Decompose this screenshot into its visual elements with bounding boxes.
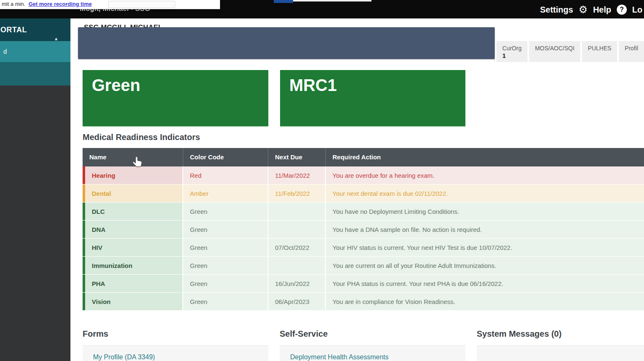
mouse-cursor-icon	[132, 156, 143, 169]
cell-color-code: Amber	[183, 184, 268, 202]
redaction-box	[78, 27, 495, 59]
self-service-section-title: Self-Service	[280, 329, 328, 339]
cell-required-action: Your next dental exam is due 02/11/2022.	[326, 184, 644, 202]
info-cell-value: 1	[502, 52, 506, 59]
help-icon[interactable]: ?	[617, 5, 627, 15]
cell-color-code: Green	[183, 239, 268, 256]
status-card-overall: Green	[83, 70, 268, 126]
cell-next-due	[268, 203, 326, 220]
info-cell-curorg[interactable]: CurOrg1	[496, 41, 527, 62]
cell-color-code: Green	[183, 257, 268, 274]
table-row: ImmunizationGreenYou are current on all …	[83, 257, 644, 274]
table-row: DNAGreenYou have a DNA sample on file. N…	[83, 221, 644, 238]
info-cell-label: MOS/AOC/SQI	[535, 45, 574, 52]
cell-name: PHA	[85, 275, 183, 292]
recorder-overlay: mit a min. Get more recording time	[0, 0, 220, 9]
mri-table-body: HearingRed11/Mar/2022You are overdue for…	[83, 166, 644, 310]
cell-name: Vision	[85, 293, 183, 310]
sidebar-header-label: ORTAL	[0, 26, 27, 34]
cell-required-action: You have a DNA sample on file. No action…	[326, 221, 644, 238]
cell-color-code: Green	[183, 275, 268, 292]
cell-color-code: Red	[183, 166, 268, 184]
cell-next-due	[268, 257, 326, 274]
cell-next-due: 16/Jun/2022	[268, 275, 326, 292]
cell-name: Hearing	[85, 166, 183, 184]
table-row: HIVGreen07/Oct/2022Your HIV status is cu…	[83, 239, 644, 256]
cell-next-due: 11/Feb/2022	[268, 184, 326, 202]
status-card-label: Green	[83, 70, 268, 95]
table-row: DentalAmber11/Feb/2022Your next dental e…	[83, 184, 644, 202]
cell-required-action: You are overdue for a hearing exam.	[326, 166, 644, 184]
forms-panel: My Profile (DA 3349)	[83, 345, 268, 361]
cell-next-due: 11/Mar/2022	[268, 166, 326, 184]
system-messages-panel	[477, 345, 644, 361]
topbar-actions: Settings ⚙ Help ? Lo	[540, 3, 644, 16]
cell-name: DLC	[85, 203, 183, 220]
settings-button[interactable]: Settings	[540, 5, 573, 15]
list-item-link[interactable]: Deployment Health Assessments	[290, 353, 389, 361]
info-cell-profil[interactable]: Profil	[619, 41, 644, 62]
sidebar-item-dashboard[interactable]: d	[0, 41, 70, 62]
status-card-label: MRC1	[280, 70, 465, 95]
table-row: DLCGreenYou have no Deployment Limiting …	[83, 203, 644, 220]
recorder-button[interactable]	[108, 1, 175, 8]
cell-color-code: Green	[183, 221, 268, 238]
cell-next-due: 06/Apr/2023	[268, 293, 326, 310]
cell-required-action: You have no Deployment Limiting Conditio…	[326, 203, 644, 220]
table-header-row: NameColor CodeNext DueRequired Action	[83, 148, 644, 166]
cell-name: Immunization	[85, 257, 183, 274]
help-button[interactable]: Help	[593, 5, 611, 15]
cell-color-code: Green	[183, 293, 268, 310]
table-row: VisionGreen06/Apr/2023You are in complia…	[83, 293, 644, 310]
info-cell-pulhes[interactable]: PULHES	[582, 41, 617, 62]
table-row: HearingRed11/Mar/2022You are overdue for…	[83, 166, 644, 184]
column-header-color-code[interactable]: Color Code	[183, 148, 268, 166]
column-header-next-due[interactable]: Next Due	[268, 148, 326, 166]
cell-color-code: Green	[183, 203, 268, 220]
browser-remnant-white	[293, 0, 371, 2]
system-messages-section-title: System Messages (0)	[477, 329, 561, 339]
cell-required-action: Your HIV status is current. Your next HI…	[326, 239, 644, 256]
list-item-link[interactable]: My Profile (DA 3349)	[93, 353, 155, 361]
logout-button[interactable]: Lo	[632, 5, 642, 15]
sidebar-item-secondary[interactable]	[0, 62, 70, 86]
column-header-required-action[interactable]: Required Action	[326, 148, 644, 166]
recorder-message: mit a min.	[2, 1, 25, 7]
cell-name: Dental	[85, 184, 183, 202]
cell-name: DNA	[85, 221, 183, 238]
cell-next-due: 07/Oct/2022	[268, 239, 326, 256]
browser-remnant-blue	[274, 0, 293, 3]
status-card-mrc: MRC1	[280, 70, 465, 126]
recorder-upgrade-link[interactable]: Get more recording time	[29, 1, 92, 7]
cell-required-action: You are in compliance for Vision Readine…	[326, 293, 644, 310]
forms-section-title: Forms	[83, 329, 108, 339]
cell-required-action: Your PHA status is current. Your next PH…	[326, 275, 644, 292]
self-service-panel: Deployment Health Assessments	[280, 345, 465, 361]
readiness-table: NameColor CodeNext DueRequired Action He…	[83, 148, 644, 311]
info-cell-label: Profil	[625, 45, 638, 52]
sidebar-header[interactable]: ORTAL ▲	[0, 18, 70, 41]
gear-icon[interactable]: ⚙	[579, 5, 588, 15]
profile-info-bar: CurOrg1MOS/AOC/SQIPULHESProfil	[494, 41, 644, 62]
page-title: Medical Readiness Indicators	[83, 132, 200, 142]
cell-required-action: You are current on all of your Routine A…	[326, 257, 644, 274]
cell-next-due	[268, 221, 326, 238]
chevron-up-icon[interactable]: ▲	[54, 27, 59, 50]
sidebar-item-label: d	[3, 48, 7, 55]
info-cell-mos-aoc-sqi[interactable]: MOS/AOC/SQI	[529, 41, 580, 62]
cell-name: HIV	[85, 239, 183, 256]
sidebar: ORTAL ▲ d	[0, 18, 70, 361]
table-row: PHAGreen16/Jun/2022Your PHA status is cu…	[83, 275, 644, 292]
info-cell-label: PULHES	[588, 45, 611, 52]
info-cell-label: CurOrg	[502, 45, 522, 52]
